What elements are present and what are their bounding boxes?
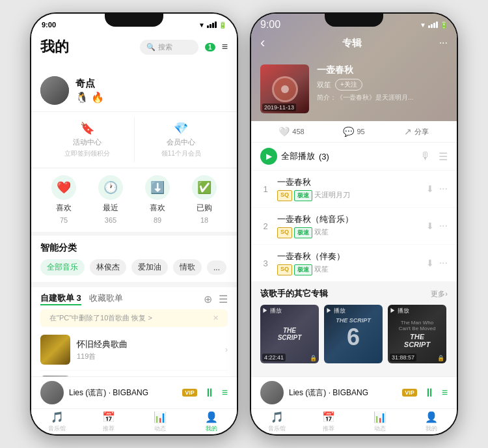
track-badges-3: SQ 极速 双笙: [277, 264, 420, 275]
more-title: 该歌手的其它专辑: [260, 288, 328, 300]
likes-count: 458: [292, 128, 304, 135]
tab-created[interactable]: 自建歌单 3: [40, 292, 81, 305]
clock-icon-wrap: 🕐: [98, 175, 123, 200]
tag-love[interactable]: 爱加油: [131, 259, 168, 275]
download-icon-1[interactable]: ⬇: [426, 184, 434, 194]
album-cover: 2019-11-13: [260, 64, 309, 113]
track-actions-1: ⬇ ···: [426, 183, 448, 195]
wifi-icon-right: ▼: [420, 21, 426, 29]
nav-music-right[interactable]: 🎵 音乐馆: [251, 409, 303, 434]
header-actions: 🔍 搜索 1 ≡: [140, 40, 228, 55]
album-card-2[interactable]: THE SCRIPT 6 ▶ 播放: [324, 305, 383, 363]
more-header: 该歌手的其它专辑 更多›: [260, 288, 448, 300]
play-all-button[interactable]: ▶ 全部播放 (3): [260, 148, 329, 165]
album-header-nav: ‹ 专辑 ···: [251, 32, 457, 54]
tag-jay[interactable]: 林俊杰: [90, 259, 126, 275]
pause-icon-left[interactable]: ⏸: [204, 386, 215, 400]
download-icon-3[interactable]: ⬇: [426, 258, 434, 268]
now-playing-bar-right[interactable]: Lies (谎言) · BIGBANG VIP ⏸ ≡: [251, 376, 457, 408]
header-top: 我的 🔍 搜索 1 ≡: [40, 37, 228, 57]
search-pill[interactable]: 🔍 搜索: [140, 40, 198, 55]
album-card-3[interactable]: The Man WhoCan't Be Moved THESCRIPT 31:8…: [388, 305, 446, 363]
tag-all[interactable]: 全部音乐: [40, 259, 85, 275]
stat-like[interactable]: ❤️ 喜欢 75: [40, 175, 87, 224]
back-button[interactable]: ‹: [260, 35, 265, 51]
stat-download[interactable]: ⬇️ 喜欢 89: [134, 175, 181, 224]
vip-badge-right: VIP: [402, 389, 417, 397]
track-item-2[interactable]: 2 一壶春秋（纯音乐） SQ 极速 双笙 ⬇ ···: [251, 208, 457, 245]
nav-dynamic-left[interactable]: 📊 动态: [134, 409, 185, 434]
download-icon-2[interactable]: ⬇: [426, 221, 434, 231]
stat-purchased[interactable]: ✅ 已购 18: [181, 175, 228, 224]
track-list-header: ▶ 全部播放 (3) 🎙 ☰: [251, 143, 457, 171]
add-playlist-icon[interactable]: ⊕: [204, 293, 212, 305]
tab-collected[interactable]: 收藏歌单: [89, 292, 123, 305]
time-right: 9:00: [260, 19, 280, 31]
tag-more[interactable]: ...: [207, 260, 226, 275]
stat-label-purchased: 已购: [197, 203, 212, 214]
more-icon-3[interactable]: ···: [439, 257, 448, 269]
card-label-2: 会员中心: [167, 137, 195, 147]
profile-info: 奇点 🐧 🔥: [75, 77, 104, 104]
track-name-2: 一壶春秋（纯音乐）: [277, 214, 420, 225]
album-name: 一壶春秋: [317, 64, 448, 76]
now-playing-title-left: Lies (谎言) · BIGBANG: [69, 387, 177, 399]
album-page-title: 专辑: [342, 37, 362, 49]
stat-count-recent: 365: [105, 216, 116, 224]
signal-bars-right: [428, 21, 438, 28]
play-count-3: ▶ 播放: [390, 307, 409, 315]
nav-recommend-right[interactable]: 📅 推荐: [303, 409, 354, 434]
the-script-text-1: THESCRIPT: [278, 327, 302, 341]
playlist-item-1[interactable]: 怀旧经典歌曲 119首 ›: [40, 329, 228, 371]
activity-center-card[interactable]: 🔖 活动中心 立即签到领积分: [40, 117, 135, 162]
more-icon-2[interactable]: ···: [439, 220, 448, 232]
nav-mine-right[interactable]: 👤 我的: [405, 409, 457, 434]
track-item-1[interactable]: 1 一壶春秋 SQ 极速 天涯明月刀 ⬇ ···: [251, 171, 457, 208]
left-phone: 9:00 ▼ 🔋 我的 🔍 搜索: [30, 12, 238, 436]
heart-icon-wrap: ❤️: [51, 175, 76, 200]
bar1: [207, 25, 209, 28]
album-duration-3: 31:88:57: [390, 354, 416, 361]
nav-recommend-left[interactable]: 📅 推荐: [83, 409, 134, 434]
bar2: [210, 24, 211, 28]
stat-share[interactable]: ↗ 分享: [385, 126, 448, 137]
mic-icon[interactable]: 🎙: [420, 150, 431, 163]
stat-likes[interactable]: 🤍 458: [260, 126, 323, 137]
track-info-3: 一壶春秋（伴奏） SQ 极速 双笙: [277, 251, 420, 275]
eq-icon-left[interactable]: ≡: [222, 387, 228, 399]
nav-dynamic-right[interactable]: 📊 动态: [354, 409, 405, 434]
stat-recent[interactable]: 🕐 最近 365: [87, 175, 134, 224]
album-meta: 一壶春秋 双笙 +关注 简介：《一壶春秋》是天涯明月...: [317, 64, 448, 113]
close-notif-icon[interactable]: ✕: [213, 314, 219, 322]
album-artist: 双笙: [317, 80, 331, 90]
list-sort-icon[interactable]: ☰: [439, 150, 448, 163]
pause-icon-right[interactable]: ⏸: [424, 386, 435, 400]
notification-badge[interactable]: 1: [205, 43, 215, 51]
menu-icon[interactable]: ≡: [222, 41, 228, 53]
member-center-card[interactable]: 💎 会员中心 领11个月会员: [135, 117, 228, 162]
more-icon-1[interactable]: ···: [439, 183, 448, 195]
track-item-3[interactable]: 3 一壶春秋（伴奏） SQ 极速 双笙 ⬇ ···: [251, 245, 457, 281]
notification-bar[interactable]: 在"PC"中删除了10首歌曲 恢复 > ✕: [40, 309, 228, 327]
sort-icon[interactable]: ☰: [219, 293, 228, 305]
tag-romance[interactable]: 情歌: [173, 259, 202, 275]
nav-music-left[interactable]: 🎵 音乐馆: [31, 409, 83, 434]
follow-button[interactable]: +关注: [335, 79, 362, 91]
smart-classify-section: 智能分类 全部音乐 林俊杰 爱加油 情歌 ...: [31, 236, 237, 282]
lock-icon-1: 🔒: [310, 355, 317, 361]
now-playing-thumb-right: [260, 381, 284, 404]
album-desc: 简介：《一壶春秋》是天涯明月...: [317, 93, 448, 102]
avatar: [40, 76, 69, 105]
nav-mine-left[interactable]: 👤 我的: [185, 409, 237, 434]
now-playing-bar-left[interactable]: Lies (谎言) · BIGBANG VIP ⏸ ≡: [31, 376, 237, 408]
stat-comments[interactable]: 💬 95: [323, 126, 385, 137]
more-link[interactable]: 更多›: [431, 289, 448, 299]
diamond-icon: 💎: [174, 121, 188, 135]
calendar-nav-icon: 📅: [322, 411, 335, 423]
album-card-1[interactable]: THESCRIPT 4:22:41 🔒 ▶ 播放: [260, 305, 319, 363]
eq-icon-right[interactable]: ≡: [442, 387, 448, 399]
track-artist-3: 双笙: [314, 264, 329, 275]
more-button[interactable]: ···: [439, 37, 448, 49]
nav-recommend-label: 推荐: [323, 425, 334, 433]
now-playing-title-right: Lies (谎言) · BIGBANG: [289, 387, 397, 399]
